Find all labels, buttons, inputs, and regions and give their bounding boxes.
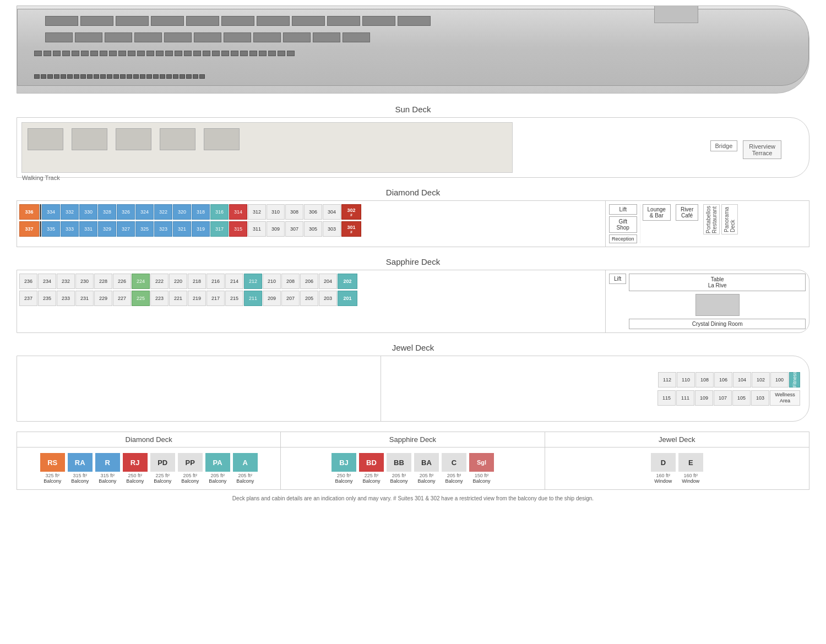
cabin-329: 329: [98, 221, 116, 237]
legend-ba: BA 205 ft² Balcony: [414, 453, 439, 484]
cabin-211: 211: [244, 291, 262, 306]
portabellos-label: Portabellos Restaurant: [703, 204, 720, 234]
wellness-label: Wellness Area: [770, 390, 800, 406]
cabin-103: 103: [751, 390, 769, 406]
cabin-323: 323: [154, 221, 172, 237]
cabin-330: 330: [79, 204, 97, 220]
cabin-231: 231: [75, 291, 94, 306]
cabin-100: 100: [770, 372, 789, 388]
cabin-328: 328: [98, 204, 116, 220]
riverview-terrace-label: Riverview Terrace: [743, 140, 781, 159]
cabin-212: 212: [244, 274, 262, 289]
cabin-214: 214: [225, 274, 243, 289]
cabin-319: 319: [192, 221, 210, 237]
panorama-label: Panorama Deck: [721, 204, 738, 234]
cabin-325: 325: [135, 221, 154, 237]
lift-label-sapphire: Lift: [609, 274, 626, 284]
legend-pd: PD 225 ft² Balcony: [150, 453, 175, 484]
legend-pa: PA 205 ft² Balcony: [205, 453, 230, 484]
cabin-233: 233: [57, 291, 75, 306]
diamond-deck-title: Diamond Deck: [17, 188, 809, 197]
sapphire-deck-title: Sapphire Deck: [17, 257, 809, 266]
cabin-229: 229: [94, 291, 112, 306]
cabin-307: 307: [285, 221, 303, 237]
legend-c: C 205 ft² Balcony: [442, 453, 466, 484]
cabin-224: 224: [132, 274, 150, 289]
cabin-225: 225: [132, 291, 150, 306]
cabin-301: 301#: [341, 221, 361, 237]
footnote: Deck plans and cabin details are an indi…: [17, 495, 809, 507]
cabin-332: 332: [61, 204, 79, 220]
cabin-312: 312: [248, 204, 266, 220]
walking-track-label: Walking Track: [22, 174, 60, 181]
cabin-208: 208: [281, 274, 300, 289]
cabin-308: 308: [285, 204, 303, 220]
cabin-217: 217: [206, 291, 225, 306]
cabin-310: 310: [267, 204, 285, 220]
cabin-314: 314: [229, 204, 247, 220]
cabin-232: 232: [57, 274, 75, 289]
cabin-107: 107: [714, 390, 732, 406]
fitness-label: Fitness: [789, 372, 800, 388]
sapphire-deck-section: Sapphire Deck 236 234 232 230 228 226 22…: [17, 257, 809, 333]
cabin-237: 237: [19, 291, 37, 306]
lift-label-diamond: Lift: [609, 204, 637, 215]
cabin-105: 105: [732, 390, 751, 406]
cabin-234: 234: [38, 274, 56, 289]
cabin-335: 335: [42, 221, 60, 237]
cabin-236: 236: [19, 274, 37, 289]
legend-rj: RJ 250 ft² Balcony: [123, 453, 148, 484]
cabin-304: 304: [323, 204, 341, 220]
cabin-324: 324: [135, 204, 154, 220]
cabin-326: 326: [117, 204, 135, 220]
cabin-201: 201: [338, 291, 357, 306]
legend-sapphire: BJ 250 ft² Balcony BD 225 ft² Balcony BB…: [281, 447, 545, 489]
cabin-112: 112: [658, 372, 676, 388]
legend-e: E 160 ft² Window: [678, 453, 703, 484]
cabin-215: 215: [225, 291, 243, 306]
legend-a: A 205 ft² Balcony: [233, 453, 258, 484]
cabin-110: 110: [677, 372, 695, 388]
cabin-230: 230: [75, 274, 94, 289]
cabin-318: 318: [192, 204, 210, 220]
legend-ra: RA 315 ft² Balcony: [68, 453, 93, 484]
cabin-333: 333: [61, 221, 79, 237]
cabin-218: 218: [188, 274, 206, 289]
cabin-111: 111: [676, 390, 694, 406]
river-cafe-label: River Café: [676, 204, 698, 221]
legend-sapphire-title: Sapphire Deck: [281, 432, 545, 447]
cabin-115: 115: [657, 390, 676, 406]
cabin-108: 108: [695, 372, 714, 388]
cabin-227: 227: [113, 291, 131, 306]
diamond-deck-section: Diamond Deck 336 334 332 330 328 326 324: [17, 188, 809, 247]
cabin-334: 334: [42, 204, 60, 220]
cabin-309: 309: [267, 221, 285, 237]
cabin-220: 220: [169, 274, 187, 289]
legend-section: Diamond Deck Sapphire Deck Jewel Deck RS…: [17, 432, 809, 490]
cabin-210: 210: [263, 274, 281, 289]
cabin-104: 104: [733, 372, 751, 388]
cabin-317: 317: [210, 221, 229, 237]
legend-pp: PP 205 ft² Balcony: [178, 453, 203, 484]
jewel-deck-title: Jewel Deck: [17, 343, 809, 352]
cabin-303: 303: [323, 221, 341, 237]
gift-shop-label: Gift Shop: [609, 216, 637, 233]
cabin-228: 228: [94, 274, 112, 289]
cabin-337: 337: [19, 221, 39, 237]
sun-deck-title: Sun Deck: [17, 105, 809, 114]
cabin-302: 302#: [341, 204, 361, 220]
legend-bb: BB 205 ft² Balcony: [387, 453, 411, 484]
legend-diamond: RS 325 ft² Balcony RA 315 ft² Balcony R …: [17, 447, 281, 489]
legend-jewel-title: Jewel Deck: [545, 432, 809, 447]
cabin-102: 102: [752, 372, 770, 388]
cabin-106: 106: [714, 372, 732, 388]
cabin-322: 322: [154, 204, 172, 220]
sun-deck-section: Sun Deck Walking Track Bridge Riverview …: [17, 105, 809, 178]
cabin-203: 203: [319, 291, 337, 306]
legend-bj: BJ 250 ft² Balcony: [332, 453, 356, 484]
cabin-327: 327: [117, 221, 135, 237]
cabin-235: 235: [38, 291, 56, 306]
cabin-221: 221: [169, 291, 187, 306]
cabin-207: 207: [281, 291, 300, 306]
ship-image: [17, 6, 809, 94]
